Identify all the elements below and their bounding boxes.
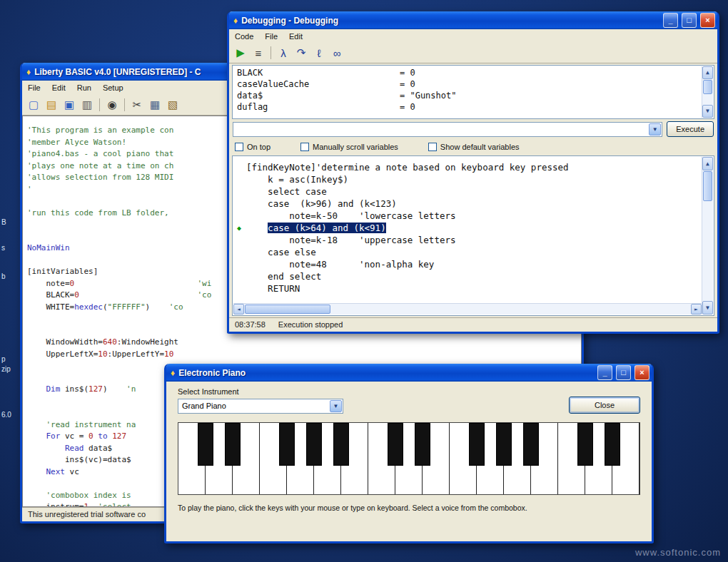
variable-value: = "Gunshot" — [400, 91, 456, 101]
piano-body: Select Instrument Grand Piano ▼ Close To… — [166, 382, 652, 541]
desktop-icon-label[interactable]: B — [1, 218, 6, 226]
checkbox-box[interactable] — [300, 143, 309, 151]
scrollbar-track — [702, 202, 713, 301]
current-line-marker-icon: ◆ — [237, 222, 241, 234]
cut-icon[interactable]: ✂ — [129, 97, 145, 113]
black-key[interactable] — [198, 423, 213, 466]
find-icon[interactable]: ◉ — [104, 97, 120, 113]
debug-code-vscrollbar[interactable]: ▲ ▼ — [702, 157, 713, 315]
scroll-left-icon[interactable]: ◄ — [233, 304, 244, 315]
debugging-app-icon: ♦ — [233, 16, 238, 26]
save-icon[interactable]: ▣ — [61, 97, 77, 113]
variable-value: = 0 — [400, 79, 415, 89]
piano-hint-text: To play the piano, click the keys with y… — [178, 504, 640, 512]
instrument-combobox[interactable]: Grand Piano ▼ — [178, 399, 343, 414]
scrollbar-thumb[interactable] — [703, 80, 712, 94]
chevron-down-icon[interactable]: ▼ — [330, 400, 342, 412]
scroll-up-icon[interactable]: ▲ — [702, 66, 713, 79]
desktop-icon-label[interactable]: p — [1, 355, 6, 363]
electronic-piano-window: ♦ Electronic Piano _ □ × Select Instrume… — [164, 364, 654, 543]
scroll-right-icon[interactable]: ► — [691, 304, 702, 315]
copy-icon[interactable]: ▦ — [147, 97, 163, 113]
checkbox-box[interactable] — [235, 143, 243, 151]
lb-menu-edit[interactable]: Edit — [46, 82, 71, 93]
code-indent — [246, 223, 268, 233]
debug-menu-edit[interactable]: Edit — [283, 31, 308, 42]
lb-menu-file[interactable]: File — [22, 82, 46, 93]
scrollbar-thumb[interactable] — [245, 305, 330, 314]
black-key[interactable] — [577, 423, 593, 466]
piano-close-button[interactable]: Close — [569, 397, 640, 414]
paste-icon[interactable]: ▧ — [165, 97, 181, 113]
debug-menu-file[interactable]: File — [259, 31, 283, 42]
run-icon[interactable]: ▶ — [233, 45, 248, 61]
maximize-button[interactable]: □ — [682, 13, 697, 28]
lb-menu-run[interactable]: Run — [71, 82, 97, 93]
variable-name: BLACK — [237, 67, 400, 78]
variable-row: BLACK= 0 — [237, 67, 699, 78]
code-line: WindowWidth=640:WindowHeight — [27, 337, 578, 349]
scrollbar-track — [702, 95, 713, 105]
debugging-window: ♦ Debugging - Debugging _ □ × CodeFileEd… — [227, 11, 719, 334]
open-folder-icon[interactable]: ▤ — [44, 97, 59, 113]
checkbox-manually-scroll-variables[interactable]: Manually scroll variables — [300, 143, 398, 151]
status-message: Execution stopped — [278, 320, 343, 329]
desktop-icon-label[interactable]: s — [1, 244, 5, 252]
scroll-down-icon[interactable]: ▼ — [702, 105, 713, 118]
debug-code-line: case (k>96) and (k<123) — [237, 198, 699, 210]
black-key[interactable] — [333, 423, 349, 466]
debug-code-line: end select — [237, 270, 699, 282]
variable-row: duflag= 0 — [237, 101, 699, 113]
animate-icon[interactable]: ∞ — [329, 45, 345, 61]
step-over-icon[interactable]: ↷ — [293, 45, 309, 61]
black-key[interactable] — [415, 423, 430, 466]
black-key[interactable] — [279, 423, 295, 466]
desktop-icon-label[interactable]: 6.0 — [1, 411, 11, 419]
debug-menu-code[interactable]: Code — [229, 31, 259, 42]
piano-titlebar[interactable]: ♦ Electronic Piano _ □ × — [166, 364, 652, 382]
debug-code-line: [findKeyNote]'determine a note based on … — [237, 161, 699, 173]
variable-row: data$= "Gunshot" — [237, 90, 699, 101]
black-key[interactable] — [388, 423, 403, 466]
minimize-button[interactable]: _ — [663, 13, 678, 28]
scroll-down-icon[interactable]: ▼ — [702, 301, 713, 315]
debug-code-view[interactable]: [findKeyNote]'determine a note based on … — [232, 155, 714, 316]
desktop-icon-label[interactable]: zip — [1, 365, 11, 373]
checkbox-on-top[interactable]: On top — [235, 143, 271, 151]
black-key[interactable] — [523, 423, 539, 466]
close-button[interactable]: × — [700, 13, 715, 28]
debug-code-line: RETURN — [237, 282, 699, 295]
checkbox-box[interactable] — [428, 143, 437, 151]
chevron-down-icon[interactable]: ▼ — [649, 123, 661, 136]
variable-value: = 0 — [400, 102, 415, 112]
black-key[interactable] — [306, 423, 322, 466]
variable-name: data$ — [237, 90, 400, 101]
maximize-button[interactable]: □ — [616, 365, 631, 380]
lb-menu-setup[interactable]: Setup — [97, 82, 129, 93]
black-key[interactable] — [469, 423, 485, 466]
black-key[interactable] — [225, 423, 241, 466]
close-button[interactable]: × — [635, 365, 649, 380]
black-key[interactable] — [496, 423, 512, 466]
variable-row: caseValueCache= 0 — [237, 78, 699, 90]
command-combobox[interactable]: ▼ — [233, 122, 662, 137]
print-icon[interactable]: ▥ — [79, 97, 95, 113]
debug-code-hscrollbar[interactable]: ◄ ► — [233, 303, 702, 315]
scroll-up-icon[interactable]: ▲ — [702, 157, 713, 170]
checkbox-show-default-variables[interactable]: Show default variables — [428, 143, 520, 151]
instrument-field: Select Instrument Grand Piano ▼ — [178, 387, 343, 414]
desktop-icon-label[interactable]: b — [1, 272, 6, 280]
new-file-icon[interactable]: ▢ — [26, 97, 41, 113]
toolbar-separator — [124, 98, 125, 111]
variables-panel[interactable]: BLACK= 0caseValueCache= 0data$= "Gunshot… — [232, 65, 714, 119]
debugging-titlebar[interactable]: ♦ Debugging - Debugging _ □ × — [229, 11, 717, 29]
scrollbar-thumb[interactable] — [703, 171, 712, 201]
variables-scrollbar[interactable]: ▲ ▼ — [702, 66, 713, 118]
execute-button[interactable]: Execute — [667, 121, 714, 137]
step-out-icon[interactable]: ℓ — [311, 45, 327, 61]
piano-app-icon: ♦ — [171, 368, 175, 378]
stop-icon[interactable]: ≡ — [251, 45, 266, 61]
black-key[interactable] — [605, 423, 620, 466]
step-into-icon[interactable]: λ — [275, 45, 291, 61]
minimize-button[interactable]: _ — [597, 365, 612, 380]
